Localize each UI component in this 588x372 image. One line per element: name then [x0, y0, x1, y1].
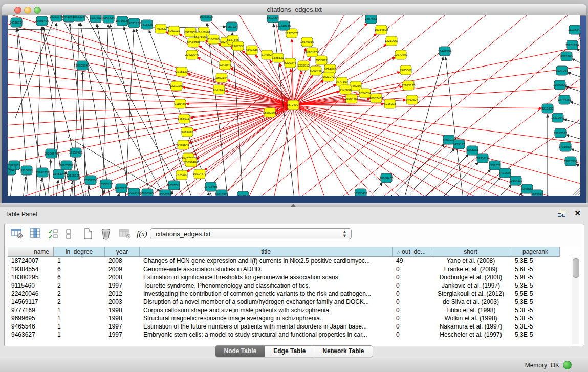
graph-edge[interactable] — [125, 29, 134, 196]
graph-node[interactable]: 10973493 — [394, 50, 408, 59]
column-header-year[interactable]: year — [105, 247, 140, 257]
scrollbar-thumb[interactable] — [573, 258, 579, 278]
graph-node[interactable]: 9227341 — [556, 66, 568, 75]
tab-edge-table[interactable]: Edge Table — [265, 346, 314, 357]
delete-column-icon[interactable] — [100, 228, 113, 241]
close-panel-icon[interactable]: ✕ — [574, 209, 581, 218]
graph-edge[interactable] — [48, 159, 51, 196]
graph-node[interactable]: 24355724 — [10, 18, 24, 27]
graph-edge[interactable] — [74, 23, 79, 196]
column-header-title[interactable]: title — [140, 247, 393, 257]
graph-node[interactable]: 16914479 — [193, 169, 207, 179]
graph-node[interactable]: 2718120 — [176, 67, 188, 76]
graph-edge[interactable] — [293, 105, 351, 196]
graph-node[interactable]: 10975887 — [60, 161, 74, 170]
graph-node[interactable]: 7690340 — [141, 189, 154, 196]
graph-node[interactable]: 10807487 — [369, 94, 383, 103]
graph-node[interactable]: 6466140 — [102, 15, 115, 23]
graph-edge[interactable] — [566, 135, 580, 140]
graph-node[interactable]: 1588520 — [272, 53, 284, 62]
graph-node[interactable]: 12093822 — [553, 80, 567, 90]
column-header-in_degree[interactable]: in_degree — [54, 247, 105, 257]
graph-edge[interactable] — [204, 105, 293, 170]
column-header-out_degree[interactable]: △out_de... — [393, 247, 430, 257]
float-panel-icon[interactable] — [558, 211, 565, 217]
graph-edge[interactable] — [8, 105, 293, 138]
graph-edge[interactable] — [8, 84, 293, 105]
table-row[interactable]: 946362711997Embryonic stem cells: a mode… — [8, 331, 581, 339]
select-columns-icon[interactable]: ✓✓ — [48, 229, 61, 242]
graph-node[interactable]: 1621072 — [322, 72, 335, 81]
graph-node[interactable]: 20691406 — [35, 16, 49, 26]
graph-node[interactable]: 7485063 — [400, 65, 412, 75]
graph-node[interactable]: 16958107 — [99, 180, 113, 189]
graph-node[interactable]: 7625402 — [176, 170, 188, 180]
graph-node[interactable]: 17359928 — [69, 148, 83, 157]
table-row[interactable]: 911546021997Tourette syndrome. Phenomeno… — [8, 281, 581, 290]
graph-edge[interactable] — [404, 148, 455, 196]
graph-edge[interactable] — [196, 105, 293, 160]
graph-node[interactable]: 13942757 — [36, 168, 50, 177]
graph-node[interactable]: 14671358 — [127, 18, 141, 28]
graph-edge[interactable] — [572, 59, 580, 64]
graph-edge[interactable] — [563, 119, 580, 124]
graph-node[interactable]: 17016504 — [559, 142, 573, 151]
graph-node[interactable]: 1115688 — [21, 166, 33, 175]
graph-edge[interactable] — [293, 105, 530, 196]
graph-edge[interactable] — [193, 105, 293, 155]
graph-node[interactable]: 10654112 — [509, 176, 523, 185]
graph-node[interactable]: 15535451 — [354, 189, 368, 196]
graph-node[interactable]: 8580298 — [159, 190, 171, 196]
table-row[interactable]: 1938455462009Genome-wide association stu… — [8, 265, 581, 273]
graph-node[interactable]: 11178341 — [568, 25, 580, 34]
graph-node[interactable]: 9465546 — [177, 140, 189, 149]
graph-node[interactable]: 1145194 — [53, 169, 66, 179]
graph-edge[interactable] — [293, 105, 299, 196]
graph-node[interactable]: 16447294 — [438, 47, 452, 56]
splitter-grip-icon[interactable] — [291, 204, 296, 207]
vertical-scrollbar[interactable] — [572, 257, 579, 344]
graph-edge[interactable] — [207, 192, 209, 196]
graph-node[interactable]: 7515526 — [141, 20, 153, 29]
graph-edge[interactable] — [570, 102, 580, 106]
graph-edge[interactable] — [368, 182, 383, 196]
tab-node-table[interactable]: Node Table — [215, 346, 265, 357]
graph-edge[interactable] — [232, 32, 243, 196]
graph-node[interactable]: 2367608 — [232, 41, 244, 51]
graph-node[interactable]: 12975135 — [402, 81, 416, 90]
graph-node[interactable]: 10968455 — [380, 173, 394, 183]
graph-node[interactable]: 10616322 — [215, 190, 229, 196]
graph-node[interactable]: 7932621 — [489, 161, 501, 170]
graph-edge[interactable] — [567, 73, 580, 78]
graph-node[interactable]: 20364456 — [345, 94, 359, 103]
graph-hub-node[interactable]: 18724007 — [287, 100, 300, 110]
graph-node[interactable]: 22420046 — [185, 50, 199, 59]
table-row[interactable]: 977716911998Corpus callosum shape and si… — [8, 306, 581, 314]
graph-node[interactable]: 9699695 — [181, 127, 193, 137]
graph-node[interactable]: 12213399 — [170, 81, 184, 91]
network-canvas[interactable]: 1872400774638228960123891295518226058182… — [8, 15, 580, 196]
window-titlebar[interactable]: citations_edges.txt — [2, 4, 586, 16]
graph-node[interactable]: 16210643 — [551, 113, 565, 122]
column-header-pagerank[interactable]: pagerank — [511, 247, 560, 257]
column-header-short[interactable]: short — [430, 247, 511, 257]
graph-node[interactable]: 7463822 — [155, 24, 167, 33]
graph-edge[interactable] — [39, 178, 42, 196]
table-row[interactable]: 2242004622012Investigating the contribut… — [8, 290, 581, 298]
graph-node[interactable]: 9474444 — [466, 146, 478, 155]
graph-node[interactable]: 2803144 — [215, 73, 228, 82]
graph-node[interactable]: 9619342 — [531, 190, 543, 196]
graph-node[interactable]: 9242844 — [219, 60, 231, 70]
graph-edge[interactable] — [223, 105, 293, 196]
graph-node[interactable]: 14569117 — [178, 114, 191, 123]
graph-node[interactable]: 6216038 — [384, 99, 396, 108]
graph-edge[interactable] — [118, 193, 119, 196]
graph-node[interactable]: 1362615 — [297, 61, 310, 70]
graph-node[interactable]: 18300295 — [263, 108, 277, 117]
graph-node[interactable]: 18026574 — [236, 191, 250, 196]
graph-node[interactable]: 12444151 — [558, 95, 572, 104]
graph-edge[interactable] — [571, 149, 580, 154]
graph-node[interactable]: 16154808 — [375, 25, 388, 34]
graph-node[interactable]: 12213967 — [385, 36, 399, 46]
graph-edge[interactable] — [293, 105, 580, 164]
